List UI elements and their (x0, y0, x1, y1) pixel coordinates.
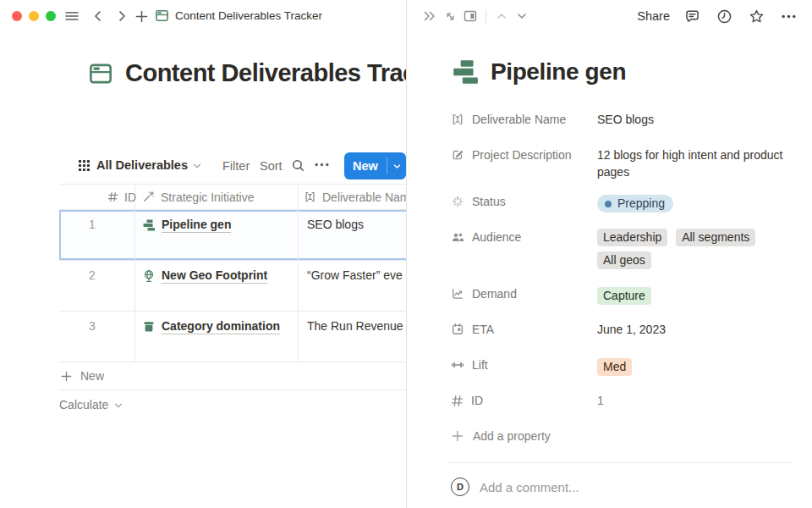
traffic-lights[interactable] (12, 11, 56, 21)
new-record-button-group: New (344, 152, 406, 179)
cell-id[interactable]: 1 (59, 210, 135, 260)
peek-toolbar: Share (407, 0, 812, 32)
hamburger-menu-icon[interactable] (64, 8, 80, 24)
search-icon[interactable] (291, 158, 305, 173)
property-value[interactable]: Med (597, 351, 792, 379)
table-view-icon (78, 159, 91, 172)
cell-strategic-initiative[interactable]: New Geo Footprint (135, 261, 299, 311)
property-label[interactable]: ETA (451, 315, 597, 344)
next-record-icon[interactable] (512, 6, 532, 26)
open-in-side-peek-icon[interactable] (460, 6, 480, 26)
new-record-dropdown[interactable] (387, 152, 406, 179)
page-link[interactable]: New Geo Footprint (162, 268, 267, 284)
property-label[interactable]: ID (451, 386, 597, 415)
dumbbell-icon (451, 358, 464, 372)
globe-icon (142, 268, 156, 283)
plus-icon (60, 370, 73, 383)
property-list: Deliverable Name SEO blogs Project Descr… (451, 105, 792, 450)
add-property-button[interactable]: Add a property (451, 422, 792, 450)
forward-button[interactable] (115, 9, 129, 23)
database-icon (155, 8, 169, 23)
property-value[interactable]: 12 blogs for high intent and product pag… (597, 141, 783, 180)
previous-record-icon[interactable] (491, 6, 512, 26)
audience-tag[interactable]: All geos (597, 251, 651, 269)
view-selector[interactable]: All Deliverables (96, 158, 202, 172)
pipeline-icon (451, 58, 480, 86)
expand-page-icon[interactable] (440, 6, 460, 26)
favorite-star-icon[interactable] (746, 6, 766, 26)
property-row-lift: Lift Med (451, 351, 792, 379)
notion-app: Content Deliverables Tracker Content Del… (0, 0, 812, 508)
demand-tag[interactable]: Capture (597, 287, 651, 305)
cell-id[interactable]: 3 (59, 312, 135, 362)
close-peek-icon[interactable] (420, 6, 440, 26)
ledger-icon (142, 319, 156, 334)
view-toolbar: All Deliverables Filter Sort New (0, 152, 406, 180)
property-value[interactable]: SEO blogs (597, 105, 792, 128)
property-label[interactable]: Audience (451, 223, 597, 251)
hash-icon (451, 395, 464, 407)
view-name: All Deliverables (96, 158, 188, 172)
more-options-icon[interactable] (778, 6, 798, 26)
comment-input[interactable]: Add a comment... (480, 480, 579, 494)
sort-button[interactable]: Sort (260, 159, 283, 173)
filter-button[interactable]: Filter (222, 159, 250, 173)
status-dot (605, 201, 612, 207)
user-avatar: D (451, 478, 469, 496)
property-value[interactable]: Capture (597, 279, 792, 308)
property-row-eta: ETA June 1, 2023 (451, 315, 792, 344)
property-label[interactable]: Demand (451, 279, 597, 308)
property-value[interactable]: Leadership All segments All geos (597, 223, 792, 273)
page-link[interactable]: Pipeline gen (162, 218, 231, 233)
chevron-down-icon (392, 162, 402, 171)
property-label[interactable]: Lift (451, 351, 597, 379)
property-row-audience: Audience Leadership All segments All geo… (451, 223, 792, 273)
comments-icon[interactable] (682, 6, 702, 26)
property-row-id: ID 1 (451, 386, 792, 415)
people-icon (451, 230, 464, 244)
property-row-demand: Demand Capture (451, 279, 792, 308)
property-label[interactable]: Status (451, 187, 597, 216)
new-tab-button[interactable] (134, 9, 149, 24)
chevron-down-icon (113, 400, 123, 411)
pipeline-icon (142, 218, 156, 232)
comment-composer[interactable]: D Add a comment... (451, 478, 792, 496)
side-peek-panel: Share Pipeline gen (406, 0, 812, 508)
text-icon (304, 190, 316, 203)
chart-icon (451, 287, 464, 301)
edit-icon (451, 148, 464, 162)
window-titlebar: Content Deliverables Tracker (0, 0, 406, 32)
column-header-strategic-initiative[interactable]: Strategic Initiative (135, 185, 299, 209)
database-icon (88, 61, 113, 86)
close-window-button[interactable] (12, 11, 22, 21)
page-link[interactable]: Category domination (162, 319, 280, 334)
property-value[interactable]: Prepping (597, 187, 792, 213)
record-title[interactable]: Pipeline gen (491, 58, 626, 86)
cell-strategic-initiative[interactable]: Category domination (135, 312, 299, 362)
plus-icon (451, 429, 464, 443)
updates-clock-icon[interactable] (714, 6, 734, 26)
property-row-deliverable-name: Deliverable Name SEO blogs (451, 105, 792, 134)
minimize-window-button[interactable] (29, 11, 39, 21)
zoom-window-button[interactable] (46, 11, 56, 21)
back-button[interactable] (91, 9, 105, 23)
audience-tag[interactable]: Leadership (597, 229, 667, 246)
hash-icon (107, 191, 118, 202)
cell-id[interactable]: 2 (59, 261, 135, 311)
audience-tag[interactable]: All segments (676, 229, 755, 246)
column-header-id[interactable]: ID (59, 185, 135, 209)
property-value[interactable]: 1 (597, 386, 792, 409)
share-button[interactable]: Share (637, 9, 670, 23)
calendar-icon (451, 323, 464, 336)
property-label[interactable]: Project Description (451, 141, 597, 169)
lift-tag[interactable]: Med (597, 358, 632, 376)
property-row-status: Status Prepping (451, 187, 792, 216)
page-title[interactable]: Content Deliverables Tracker (125, 59, 452, 87)
cell-strategic-initiative[interactable]: Pipeline gen (135, 210, 299, 260)
property-value[interactable]: June 1, 2023 (597, 315, 792, 338)
status-pill[interactable]: Prepping (597, 195, 673, 213)
property-label[interactable]: Deliverable Name (451, 105, 597, 134)
titlebar-page-title: Content Deliverables Tracker (175, 9, 322, 22)
new-record-button[interactable]: New (344, 152, 387, 179)
more-options-icon[interactable] (315, 163, 329, 167)
